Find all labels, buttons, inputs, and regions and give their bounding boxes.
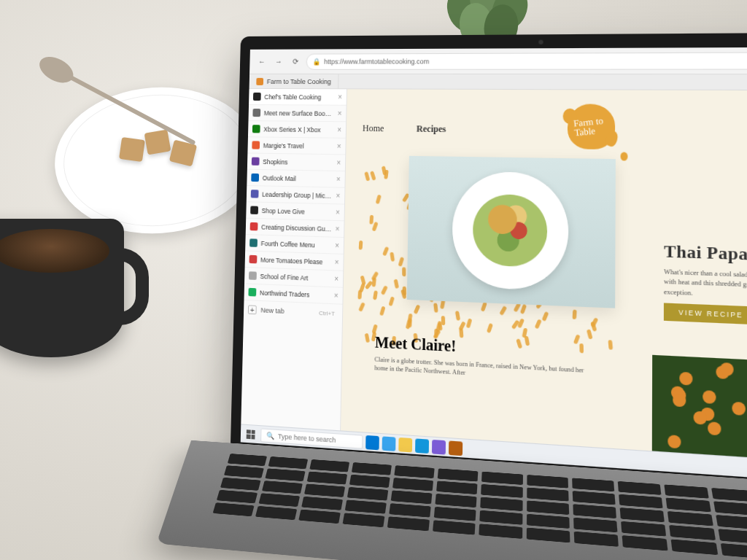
tab-label: School of Fine Art <box>260 272 330 282</box>
screen: ← → ⟳ 🔒 https://www.farmtotablecooking.c… <box>241 47 747 485</box>
favicon <box>253 93 261 101</box>
recipe-title: Thai Papaya Sa <box>664 241 747 269</box>
favicon <box>251 174 259 182</box>
tab-close-icon[interactable]: × <box>334 292 338 300</box>
tab-close-icon[interactable]: × <box>336 208 340 217</box>
laptop: ← → ⟳ 🔒 https://www.farmtotablecooking.c… <box>226 31 747 560</box>
sugar-cube <box>119 137 145 162</box>
tab-group-strip: Farm to Table Cooking ‹ <box>249 74 747 91</box>
tab-group[interactable]: Farm to Table Cooking <box>249 74 339 88</box>
address-bar[interactable]: 🔒 https://www.farmtotablecooking.com <box>306 52 747 69</box>
taskbar-edge-icon[interactable] <box>382 436 396 451</box>
secondary-photo <box>652 355 747 465</box>
reload-button[interactable]: ⟳ <box>289 55 302 68</box>
search-placeholder: Type here to search <box>278 432 336 444</box>
favicon <box>250 206 258 214</box>
tab-label: Xbox Series X | Xbox <box>263 125 333 133</box>
url-text: https://www.farmtotablecooking.com <box>324 58 429 66</box>
tab-close-icon[interactable]: × <box>338 109 342 117</box>
browser-toolbar: ← → ⟳ 🔒 https://www.farmtotablecooking.c… <box>249 47 747 74</box>
tab-label: Northwind Traders <box>260 289 330 299</box>
egg-icon <box>621 152 628 160</box>
vertical-tab[interactable]: Outlook Mail× <box>247 170 345 188</box>
favicon <box>252 158 260 166</box>
taskbar-app-icon[interactable] <box>432 439 446 454</box>
favicon <box>252 109 260 117</box>
vertical-tab[interactable]: Margie's Travel× <box>247 137 345 155</box>
tab-label: Chef's Table Cooking <box>264 93 334 101</box>
taskbar-app-icon[interactable] <box>365 435 379 449</box>
favicon <box>252 141 260 149</box>
coffee-cup <box>0 219 124 357</box>
tab-label: Creating Discussion Guidelines <box>261 223 332 233</box>
favicon <box>249 255 258 264</box>
tab-close-icon[interactable]: × <box>336 158 341 166</box>
taskbar-mail-icon[interactable] <box>415 438 429 454</box>
search-icon: 🔍 <box>266 432 274 440</box>
recipe-blurb: What's nicer than a cool salad on a summ… <box>664 267 747 305</box>
tab-close-icon[interactable]: × <box>335 258 339 267</box>
vertical-tab[interactable]: Shopkins× <box>247 153 345 171</box>
tab-close-icon[interactable]: × <box>336 192 340 200</box>
recipe-photo <box>407 156 616 308</box>
new-tab-shortcut: Ctrl+T <box>319 309 335 316</box>
tab-label: Meet new Surface Book 3or 13.5" <box>264 109 334 117</box>
vertical-tabs-sidebar: Chef's Table Cooking×Meet new Surface Bo… <box>241 89 347 431</box>
favicon <box>249 271 257 280</box>
tab-label: Shop Love Give <box>262 206 332 216</box>
favicon <box>252 125 260 133</box>
tab-label: Margie's Travel <box>263 141 333 149</box>
start-button[interactable] <box>244 426 258 442</box>
tab-label: Leadership Group | Microsoft <box>262 190 332 199</box>
vertical-tab[interactable]: Meet new Surface Book 3or 13.5"× <box>248 105 346 122</box>
taskbar-app-icon[interactable] <box>449 440 462 456</box>
new-tab-label: New tab <box>260 306 285 315</box>
tab-label: Fourth Coffee Menu <box>261 239 332 249</box>
vertical-tab[interactable]: Chef's Table Cooking× <box>249 89 347 106</box>
taskbar-folder-icon[interactable] <box>398 437 412 452</box>
tab-close-icon[interactable]: × <box>338 93 342 101</box>
plus-icon: + <box>248 305 257 314</box>
tab-close-icon[interactable]: × <box>334 275 338 284</box>
vertical-tab[interactable]: Xbox Series X | Xbox× <box>248 121 346 139</box>
tab-close-icon[interactable]: × <box>337 125 341 133</box>
tab-close-icon[interactable]: × <box>337 142 341 150</box>
favicon <box>251 190 259 198</box>
forward-button[interactable]: → <box>272 55 285 68</box>
tab-group-label: Farm to Table Cooking <box>267 77 331 85</box>
nav-home[interactable]: Home <box>363 122 384 134</box>
view-recipe-button[interactable]: VIEW RECIPE <box>664 303 747 324</box>
tab-close-icon[interactable]: × <box>336 175 341 183</box>
tab-label: More Tomatoes Please <box>260 256 331 266</box>
tab-label: Outlook Mail <box>263 174 333 183</box>
tab-label: Shopkins <box>263 158 333 166</box>
site-nav: Home Recipes About Contact <box>347 114 747 148</box>
tab-close-icon[interactable]: × <box>335 225 339 233</box>
favicon <box>250 222 258 231</box>
favicon <box>248 288 256 297</box>
favicon <box>249 238 258 247</box>
back-button[interactable]: ← <box>255 55 268 68</box>
lock-icon: 🔒 <box>312 58 320 65</box>
site-logo[interactable]: Farm to Table <box>568 104 622 159</box>
webpage-content: Farm to Table Cooking Home Recipes About… <box>341 89 747 465</box>
tab-close-icon[interactable]: × <box>335 241 339 250</box>
nav-recipes[interactable]: Recipes <box>417 123 446 135</box>
tab-group-icon <box>256 77 263 85</box>
featured-recipe: Thai Papaya Sa What's nicer than a cool … <box>664 241 747 330</box>
webcam <box>538 40 543 44</box>
vertical-tab[interactable]: Leadership Group | Microsoft× <box>247 186 345 205</box>
